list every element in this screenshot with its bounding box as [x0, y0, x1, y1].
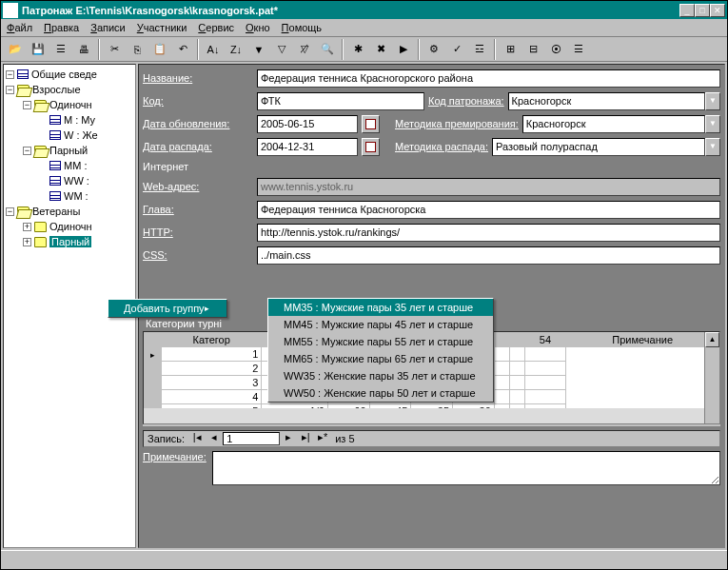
open-icon[interactable]: 📂	[5, 39, 26, 60]
tool-icon[interactable]: ☰	[50, 39, 71, 60]
record-navigator[interactable]: Запись: |◂ ◂ ▸ ▸| ▸* из 5	[143, 430, 720, 447]
context-menu[interactable]: Добавить группу▸ MM35 : Мужские пары 35 …	[108, 299, 227, 318]
find-icon[interactable]: 🔍	[317, 39, 338, 60]
update-date-input[interactable]	[257, 115, 358, 133]
nav-next-icon[interactable]: ▸	[280, 431, 297, 446]
close-button[interactable]: ✕	[710, 4, 725, 17]
delete-record-icon[interactable]: ✖	[370, 39, 391, 60]
dropdown-icon[interactable]: ▼	[705, 115, 720, 133]
menu-service[interactable]: Сервис	[198, 22, 234, 33]
calendar-icon[interactable]	[362, 138, 380, 156]
tree-item[interactable]: W : Же	[64, 129, 98, 141]
tree-item[interactable]: WW :	[64, 175, 89, 187]
bonus-select[interactable]	[522, 115, 705, 133]
save-icon[interactable]: 💾	[28, 39, 49, 60]
collapse-icon[interactable]: −	[23, 101, 31, 109]
decay-method-select[interactable]	[492, 138, 705, 156]
ctx-add-group[interactable]: Добавить группу▸	[108, 300, 226, 317]
filter-icon[interactable]: ▽	[271, 39, 292, 60]
vertical-scrollbar[interactable]: ▲	[704, 332, 719, 423]
tool-icon[interactable]: ☲	[469, 39, 490, 60]
tree-item[interactable]: MM :	[64, 160, 87, 171]
head-input[interactable]	[257, 201, 720, 219]
calendar-icon[interactable]	[362, 115, 380, 133]
nav-prev-icon[interactable]: ◂	[206, 431, 223, 446]
tree-item[interactable]: Одиночн	[49, 99, 92, 110]
separator	[98, 39, 100, 60]
menu-edit[interactable]: Правка	[44, 22, 79, 33]
nav-label: Запись:	[144, 433, 188, 444]
css-input[interactable]	[257, 246, 720, 265]
remark-textarea[interactable]	[212, 451, 720, 485]
folder-open-icon	[17, 206, 30, 217]
horizontal-scrollbar[interactable]	[144, 408, 704, 423]
nav-last-icon[interactable]: ▸|	[297, 431, 314, 446]
new-record-icon[interactable]: ✱	[347, 39, 368, 60]
tool-icon[interactable]: ⚙	[423, 39, 444, 60]
tree-item[interactable]: M : Му	[64, 114, 95, 126]
copy-icon[interactable]: ⎘	[127, 39, 148, 60]
menu-participants[interactable]: Участники	[137, 22, 187, 33]
minimize-button[interactable]: _	[679, 4, 695, 17]
context-submenu[interactable]: MM35 : Мужские пары 35 лет и старше MM45…	[267, 298, 494, 403]
dropdown-icon[interactable]: ▼	[705, 92, 720, 110]
nav-position-input[interactable]	[223, 432, 280, 445]
tool-icon[interactable]: ☰	[568, 39, 589, 60]
nav-new-icon[interactable]: ▸*	[314, 431, 331, 446]
menu-help[interactable]: Помощь	[282, 22, 323, 33]
code-input[interactable]	[257, 92, 424, 110]
label-name: Название:	[143, 72, 253, 84]
ctx-item[interactable]: WW35 : Женские пары 35 лет и старше	[268, 367, 493, 384]
tree-item[interactable]: Общие сведе	[31, 69, 97, 80]
menu-records[interactable]: Записи	[90, 22, 126, 33]
separator	[197, 39, 199, 60]
http-input[interactable]	[257, 224, 720, 242]
tree-item-selected[interactable]: Парный	[49, 236, 91, 247]
tool-icon[interactable]: ⊞	[500, 39, 521, 60]
collapse-icon[interactable]: −	[6, 70, 14, 79]
label-decay: Дата распада:	[143, 141, 253, 152]
tool-icon[interactable]: ✓	[446, 39, 467, 60]
undo-icon[interactable]: ↶	[172, 39, 193, 60]
expand-icon[interactable]: +	[23, 223, 31, 231]
tree-item[interactable]: Парный	[49, 145, 88, 156]
grid-icon	[49, 191, 61, 201]
decay-date-input[interactable]	[257, 138, 358, 156]
titlebar[interactable]: Патронаж E:\Tennis\Krasnogorsk\krasnogor…	[1, 1, 727, 19]
tree-item[interactable]: Взрослые	[32, 84, 81, 95]
grid-icon	[17, 69, 29, 79]
tree-item[interactable]: Одиночн	[49, 221, 92, 232]
maximize-button[interactable]: □	[695, 4, 710, 17]
window-title: Патронаж E:\Tennis\Krasnogorsk\krasnogor…	[22, 5, 679, 16]
collapse-icon[interactable]: −	[6, 86, 14, 94]
goto-icon[interactable]: ▶	[393, 39, 414, 60]
name-input[interactable]	[257, 69, 720, 88]
tree-item[interactable]: WM :	[64, 190, 89, 202]
menu-file[interactable]: Файл	[7, 22, 32, 33]
filter-off-icon[interactable]: ▽̸	[294, 39, 315, 60]
print-icon[interactable]: 🖶	[73, 39, 94, 60]
ctx-item[interactable]: MM45 : Мужские пары 45 лет и старше	[268, 316, 493, 333]
menu-window[interactable]: Окно	[246, 22, 270, 33]
nav-first-icon[interactable]: |◂	[188, 431, 206, 446]
web-input[interactable]	[257, 178, 720, 196]
collapse-icon[interactable]: −	[6, 207, 14, 216]
tool-icon[interactable]: ⦿	[545, 39, 566, 60]
ctx-item[interactable]: MM35 : Мужские пары 35 лет и старше	[268, 299, 493, 316]
paste-icon[interactable]: 📋	[149, 39, 170, 60]
tool-icon[interactable]: ⊟	[522, 39, 543, 60]
grid-icon	[49, 115, 61, 125]
filter-sel-icon[interactable]: ▼	[248, 39, 269, 60]
patron-select[interactable]	[508, 92, 705, 110]
ctx-item[interactable]: MM55 : Мужские пары 55 лет и старше	[268, 333, 493, 350]
dropdown-icon[interactable]: ▼	[705, 138, 720, 156]
sort-asc-icon[interactable]: A↓	[203, 39, 224, 60]
ctx-item[interactable]: WW50 : Женские пары 50 лет и старше	[268, 384, 493, 402]
nav-of: из 5	[331, 433, 358, 444]
tree-item[interactable]: Ветераны	[32, 206, 80, 217]
sort-desc-icon[interactable]: Z↓	[226, 39, 246, 60]
collapse-icon[interactable]: −	[23, 147, 31, 155]
cut-icon[interactable]: ✂	[104, 39, 125, 60]
expand-icon[interactable]: +	[23, 238, 31, 246]
ctx-item[interactable]: MM65 : Мужские пары 65 лет и старше	[268, 350, 493, 367]
